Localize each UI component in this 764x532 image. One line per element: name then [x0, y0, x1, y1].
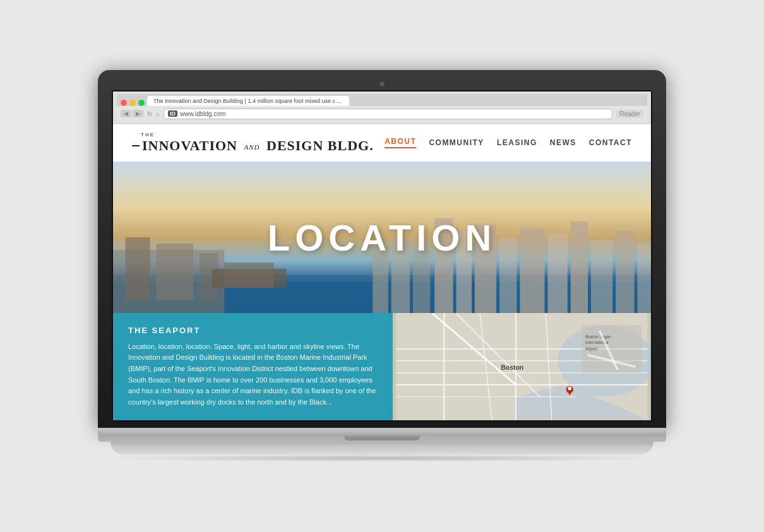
browser-tab[interactable]: The Innovation and Design Building | 1.4… — [147, 96, 349, 106]
home-button[interactable]: ⌂ — [156, 110, 160, 117]
logo-the: THE — [141, 132, 374, 138]
nav-buttons: ◀ ▶ — [121, 110, 143, 117]
laptop-mockup: The Innovation and Design Building | 1.4… — [98, 70, 666, 463]
nav-about[interactable]: ABOUT — [385, 137, 416, 148]
svg-rect-4 — [157, 244, 194, 300]
screen-bezel: The Innovation and Design Building | 1.4… — [112, 90, 652, 422]
site-header: THE INNOVATION and DESIGN BLDG. ABOUT CO… — [113, 124, 651, 162]
address-bar[interactable]: ID www.idbldg.com — [164, 109, 612, 119]
map-svg: Boston Boston Logan International Airpor… — [393, 313, 651, 421]
hero-heading: LOCATION — [268, 216, 497, 258]
laptop-stand — [110, 442, 654, 454]
nav-community[interactable]: COMMUNITY — [429, 138, 484, 147]
hero-section: LOCATION — [113, 162, 651, 313]
reader-button[interactable]: Reader — [616, 110, 643, 118]
laptop-hinge — [344, 435, 420, 440]
reload-button[interactable]: ↻ — [147, 110, 152, 117]
back-button[interactable]: ◀ — [121, 110, 131, 117]
svg-text:Boston: Boston — [501, 364, 523, 371]
browser-chrome: The Innovation and Design Building | 1.4… — [113, 92, 651, 124]
svg-rect-12 — [520, 228, 544, 313]
maximize-button[interactable] — [138, 100, 145, 106]
minimize-button[interactable] — [129, 100, 136, 106]
map-background: Boston Boston Logan International Airpor… — [393, 313, 651, 421]
nav-contact[interactable]: CONTACT — [589, 138, 632, 147]
svg-rect-20 — [413, 250, 430, 313]
logo-main: INNOVATION and DESIGN BLDG. — [132, 138, 374, 154]
seaport-body: Location, location, location. Space, lig… — [128, 341, 378, 408]
map-panel: Boston Boston Logan International Airpor… — [393, 313, 651, 421]
seaport-title: THE SEAPORT — [128, 326, 378, 335]
svg-rect-14 — [571, 222, 588, 313]
site-nav: ABOUT COMMUNITY LEASING NEWS CONTACT — [385, 137, 632, 148]
laptop-base — [98, 428, 666, 442]
content-section: THE SEAPORT Location, location, location… — [113, 313, 651, 421]
forward-button[interactable]: ▶ — [133, 110, 143, 117]
svg-rect-11 — [499, 237, 516, 313]
traffic-lights — [121, 100, 145, 106]
laptop-shadow — [98, 454, 666, 462]
svg-rect-15 — [591, 240, 612, 313]
nav-news[interactable]: NEWS — [550, 138, 576, 147]
logo-line-decoration — [132, 145, 140, 146]
text-panel: THE SEAPORT Location, location, location… — [113, 313, 393, 421]
svg-rect-7 — [224, 263, 273, 288]
svg-text:Airport: Airport — [585, 346, 598, 351]
site-logo: THE INNOVATION and DESIGN BLDG. — [132, 132, 374, 154]
laptop-body: The Innovation and Design Building | 1.4… — [98, 70, 666, 429]
svg-rect-13 — [547, 234, 567, 313]
svg-rect-3 — [126, 237, 150, 300]
svg-point-44 — [568, 386, 571, 390]
website-frame: THE INNOVATION and DESIGN BLDG. ABOUT CO… — [113, 124, 651, 421]
svg-text:Boston Logan: Boston Logan — [585, 334, 611, 340]
laptop-camera — [379, 81, 385, 86]
logo-full-text: INNOVATION and DESIGN BLDG. — [142, 138, 374, 154]
site-badge: ID — [168, 110, 177, 117]
close-button[interactable] — [121, 100, 127, 106]
svg-rect-17 — [637, 244, 651, 313]
nav-leasing[interactable]: LEASING — [497, 138, 537, 147]
url-text: www.idbldg.com — [180, 110, 225, 117]
svg-rect-16 — [616, 231, 634, 313]
